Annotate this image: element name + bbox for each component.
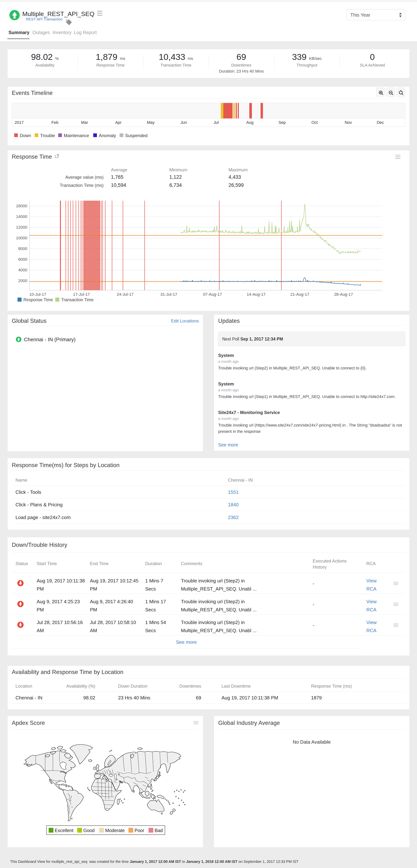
svg-text:24-Jul-17: 24-Jul-17 [117, 292, 133, 297]
svg-text:6000: 6000 [18, 257, 27, 261]
svg-text:16000: 16000 [16, 204, 27, 208]
svg-text:4000: 4000 [18, 268, 27, 272]
svg-text:14-Aug-17: 14-Aug-17 [247, 292, 266, 297]
svg-text:07-Aug-17: 07-Aug-17 [203, 292, 222, 297]
svg-text:12000: 12000 [16, 225, 27, 229]
svg-text:28-Aug-17: 28-Aug-17 [334, 292, 353, 297]
svg-text:8000: 8000 [18, 246, 27, 251]
svg-text:31-Jul-17: 31-Jul-17 [160, 292, 177, 297]
svg-text:2000: 2000 [18, 278, 27, 283]
svg-text:14000: 14000 [16, 214, 27, 219]
svg-text:10000: 10000 [16, 236, 27, 240]
svg-text:10-Jul-17: 10-Jul-17 [29, 292, 46, 297]
svg-text:21-Aug-17: 21-Aug-17 [290, 292, 309, 297]
svg-text:17-Jul-17: 17-Jul-17 [73, 292, 90, 297]
